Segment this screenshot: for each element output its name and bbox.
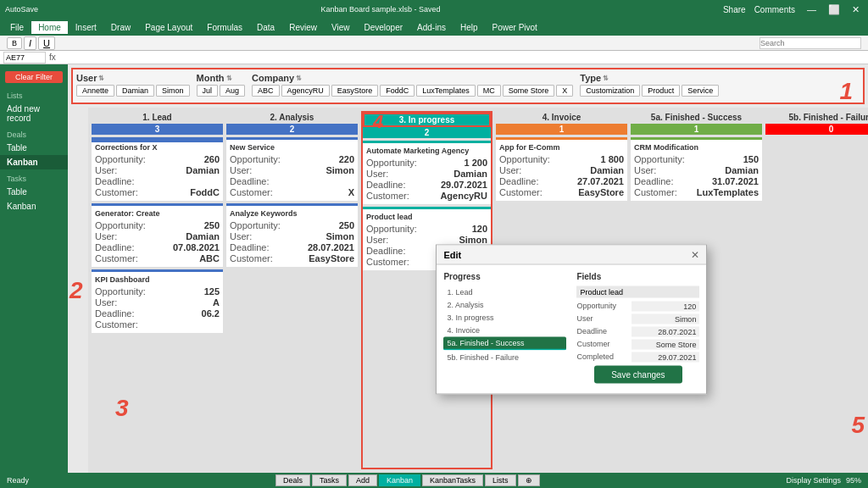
ribbon-btn-2[interactable]: I	[24, 36, 36, 50]
clear-filter-button[interactable]: Clear Filter	[5, 71, 63, 83]
sidebar-item-add-new[interactable]: Add new record	[0, 102, 68, 125]
tab-home[interactable]: Home	[31, 21, 68, 34]
company-sort-icon[interactable]: ⇅	[296, 75, 302, 82]
card-field-kw-opp: Opportunity:250	[230, 220, 354, 230]
tab-page-layout[interactable]: Page Layout	[138, 21, 199, 34]
chip-somestore[interactable]: Some Store	[503, 85, 555, 97]
chip-product[interactable]: Product	[642, 85, 680, 97]
progress-item-inprogress[interactable]: 3. In progress	[443, 311, 566, 323]
chip-annette[interactable]: Annette	[76, 85, 114, 97]
red-number-2: 2	[70, 277, 83, 304]
card-field-crm-opp: Opportunity:150	[634, 154, 759, 164]
status-text: Ready	[7, 476, 29, 485]
tab-developer[interactable]: Developer	[357, 21, 409, 34]
col-header-failure: 5b. Finished - Failure	[765, 111, 868, 124]
red-number-4: 4	[373, 111, 383, 133]
share-button[interactable]: Share	[723, 5, 746, 14]
month-sort-icon[interactable]: ⇅	[226, 75, 232, 82]
close-button[interactable]: ✕	[849, 3, 863, 16]
filter-sort-icon[interactable]: ⇅	[98, 75, 104, 82]
sheet-tab-kanbantasks[interactable]: KanbanTasks	[422, 474, 483, 486]
cell-reference[interactable]	[3, 52, 46, 64]
type-filter-chips: Customization Product Service	[580, 85, 719, 97]
card-title-appecomm: App for E-Comm	[499, 143, 624, 152]
chip-abc[interactable]: ABC	[252, 85, 280, 97]
sidebar-section-tasks: Tasks	[0, 169, 68, 185]
ribbon-tabs: File Home Insert Draw Page Layout Formul…	[0, 19, 868, 36]
field-value-deadline: 28.07.2021	[632, 326, 699, 336]
card-field-ns-opp: Opportunity:220	[230, 154, 354, 164]
tab-file[interactable]: File	[3, 21, 31, 34]
tab-insert[interactable]: Insert	[69, 21, 103, 34]
kanban-card-corrections[interactable]: Corrections for X Opportunity:260 User:D…	[92, 137, 223, 201]
chip-x[interactable]: X	[556, 85, 573, 97]
kanban-card-kpi[interactable]: KPI Dashboard Opportunity:125 User:A Dea…	[92, 269, 223, 333]
chip-simon[interactable]: Simon	[156, 85, 190, 97]
sheet-tab-lists[interactable]: Lists	[485, 474, 516, 486]
sheet-tab-tasks[interactable]: Tasks	[312, 474, 347, 486]
sidebar-item-tasks-table[interactable]: Table	[0, 185, 68, 199]
chip-luxtemplates[interactable]: LuxTemplates	[416, 85, 476, 97]
kanban-card-appecomm[interactable]: App for E-Comm Opportunity:1 800 User:Da…	[496, 137, 627, 201]
tab-draw[interactable]: Draw	[104, 21, 137, 34]
sidebar-item-tasks-kanban[interactable]: Kanban	[0, 199, 68, 214]
sidebar-item-deals-kanban[interactable]: Kanban	[0, 155, 68, 169]
filter-group-user: User ⇅ Annette Damian Simon	[76, 73, 190, 97]
sidebar-item-deals-table[interactable]: Table	[0, 141, 68, 155]
display-settings[interactable]: Display Settings	[786, 476, 841, 485]
save-changes-button[interactable]: Save changes	[594, 365, 682, 383]
sheet-tab-kanban[interactable]: Kanban	[379, 474, 420, 486]
main-area: Clear Filter Lists Add new record Deals …	[0, 64, 868, 473]
minimize-button[interactable]: —	[804, 3, 820, 15]
kanban-card-keywords[interactable]: Analyze Keywords Opportunity:250 User:Si…	[226, 203, 358, 267]
company-filter-label: Company ⇅	[252, 73, 573, 83]
ribbon-btn-3[interactable]: U	[38, 36, 55, 50]
progress-item-invoice[interactable]: 4. Invoice	[443, 324, 566, 336]
chip-service[interactable]: Service	[682, 85, 719, 97]
modal-close-button[interactable]: ✕	[691, 248, 699, 260]
field-row-completed: Completed 29.07.2021	[576, 352, 699, 362]
card-title-corrections: Corrections for X	[95, 143, 220, 152]
card-field-opp3: Opportunity:125	[95, 286, 220, 297]
modal-fields: Fields Product lead Opportunity 120 User…	[576, 271, 699, 386]
formula-input[interactable]	[59, 53, 865, 62]
kanban-card-crm[interactable]: CRM Modification Opportunity:150 User:Da…	[631, 137, 762, 201]
progress-item-analysis[interactable]: 2. Analysis	[443, 298, 566, 310]
chip-damian[interactable]: Damian	[116, 85, 154, 97]
sheet-tab-add[interactable]: Add	[348, 474, 377, 486]
kanban-col-lead: 1. Lead 3 Corrections for X Opportunity:…	[92, 111, 223, 469]
progress-item-success[interactable]: 5a. Finished - Success	[443, 336, 566, 350]
chip-foddc[interactable]: FoddC	[380, 85, 415, 97]
sheet-tab-deals[interactable]: Deals	[275, 474, 310, 486]
tab-powerpivot[interactable]: Power Pivot	[486, 21, 544, 34]
kanban-card-automate[interactable]: Automate Marketing Agency Opportunity:1 …	[363, 141, 491, 204]
type-sort-icon[interactable]: ⇅	[603, 75, 609, 82]
comments-button[interactable]: Comments	[754, 5, 795, 14]
ribbon-btn-1[interactable]: B	[7, 37, 22, 49]
search-input[interactable]	[760, 37, 861, 49]
chip-aug[interactable]: Aug	[220, 85, 245, 97]
tab-review[interactable]: Review	[282, 21, 324, 34]
field-label-opportunity: Opportunity	[576, 301, 616, 311]
card-field-deadline3: Deadline:06.2	[95, 308, 220, 319]
status-bar: Ready Deals Tasks Add Kanban KanbanTasks…	[0, 473, 868, 488]
progress-item-lead[interactable]: 1. Lead	[443, 286, 566, 297]
chip-easystore[interactable]: EasyStore	[331, 85, 379, 97]
kanban-card-newservice[interactable]: New Service Opportunity:220 User:Simon D…	[226, 137, 358, 201]
tab-formulas[interactable]: Formulas	[200, 21, 249, 34]
modal-header: Edit ✕	[437, 245, 706, 264]
kanban-card-generator[interactable]: Generator: Create Opportunity:250 User:D…	[92, 203, 223, 267]
restore-button[interactable]: ⬜	[825, 3, 843, 16]
sheet-tab-add-new[interactable]: ⊕	[518, 474, 540, 486]
chip-agencyru[interactable]: AgencyRU	[281, 85, 330, 97]
progress-item-failure[interactable]: 5b. Finished - Failure	[443, 351, 566, 363]
card-field-ae-opp: Opportunity:1 800	[499, 154, 624, 164]
tab-help[interactable]: Help	[453, 21, 485, 34]
tab-addins[interactable]: Add-ins	[410, 21, 453, 34]
tab-view[interactable]: View	[325, 21, 357, 34]
tab-data[interactable]: Data	[250, 21, 281, 34]
chip-mc[interactable]: MC	[477, 85, 501, 97]
card-field-customer2: Customer:ABC	[95, 253, 220, 263]
chip-customization[interactable]: Customization	[580, 85, 640, 97]
chip-jul[interactable]: Jul	[197, 85, 219, 97]
